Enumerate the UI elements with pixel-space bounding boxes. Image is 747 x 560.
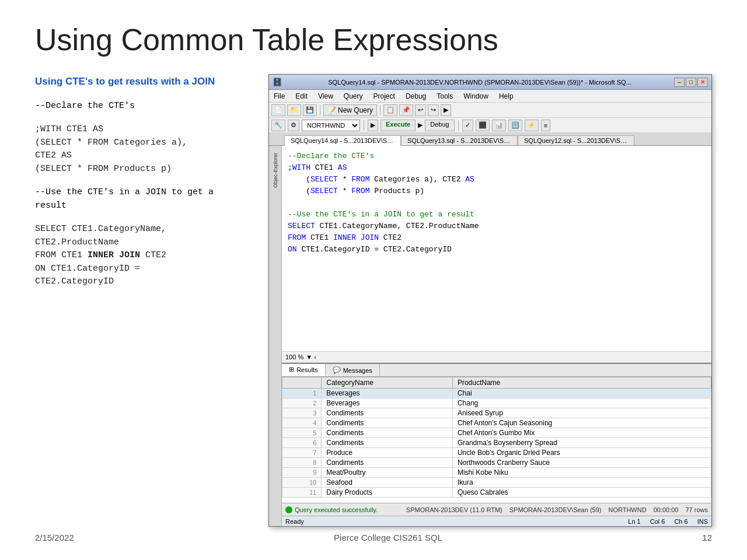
table-row: 10SeafoodIkura [282,478,711,488]
kw-from-2: FROM [351,186,369,197]
status-info: SPMORAN-2013DEV (11.0 RTM) SPMORAN-2013D… [406,506,708,513]
row-number: 9 [282,468,322,478]
footer-date: 2/15/2022 [35,533,74,542]
editor-line-5: --Use the CTE's in a JOIN to get a resul… [288,209,706,220]
object-explorer-strip: Objec-Explorer [269,146,282,526]
database-selector[interactable]: NORTHWND [302,120,360,131]
menu-view[interactable]: View [316,91,336,102]
redo-button[interactable]: ↪ [428,104,439,116]
tab-bar: SQLQuery14.sql - S...2013DEV\Sean (59))*… [269,133,711,146]
tb2-btn7[interactable]: ⚡ [525,120,539,131]
menu-debug[interactable]: Debug [403,91,428,102]
ssms-window: 🗄️ SQLQuery14.sql - SPMORAN-2013DEV.NORT… [268,74,712,527]
cell-product: Aniseed Syrup [452,408,711,418]
restore-button[interactable]: □ [686,78,696,87]
tb2-btn6[interactable]: 🔢 [508,120,522,131]
table-row: 6CondimentsGrandma's Boysenberry Spread [282,438,711,448]
editor-line-3: ( SELECT * FROM Categories a), CTE2 AS [288,174,706,186]
table-row: 8CondimentsNorthwoods Cranberry Sauce [282,458,711,468]
save-button[interactable]: 💾 [303,104,317,116]
tb2-btn1[interactable]: 🔧 [271,120,285,131]
kw-from-1: FROM [351,174,369,186]
close-button[interactable]: ✕ [697,78,708,87]
open-button[interactable]: 📁 [287,104,301,116]
row-number: 1 [282,388,322,398]
toolbar2-sep2 [458,120,459,131]
menu-window[interactable]: Window [461,91,491,102]
status-connection: SPMORAN-2013DEV\Sean (59) [509,506,602,513]
cell-category: Condiments [322,418,453,428]
editor-line-6: SELECT CTE1.CategoryName, CTE2.ProductNa… [288,220,706,232]
results-panel: ⊞ Results 💬 Messages [282,363,711,526]
new-file-button[interactable]: 📄 [271,104,285,116]
tb2-btn3[interactable]: ✓ [462,120,473,131]
cell-product: Chang [452,398,711,408]
table-row: 9Meat/PoultryMishi Kobe Niku [282,468,711,478]
minimize-button[interactable]: – [674,78,685,87]
status-rows: 77 rows [685,506,708,513]
messages-icon: 💬 [333,366,341,374]
execute-icon[interactable]: ▶ [368,120,378,131]
kw-inner-join: INNER JOIN [333,232,379,244]
execute-button[interactable]: Execute [381,120,416,131]
cell-product: Uncle Bob's Organic Dried Pears [452,448,711,458]
status-time: 00:00:00 [654,506,679,513]
table-row: 4CondimentsChef Anton's Cajun Seasoning [282,418,711,428]
ready-ch: Ch 6 [674,518,687,525]
status-success: Query executed successfully. [285,506,378,513]
footer-page: 12 [702,533,712,542]
new-query-button[interactable]: 📝 New Query [323,104,377,116]
copy-button[interactable]: 📋 [383,104,397,116]
cell-product: Grandma's Boysenberry Spread [452,438,711,448]
menu-project[interactable]: Project [371,91,397,102]
title-bar-text: SQLQuery14.sql - SPMORAN-2013DEV.NORTHWN… [328,79,631,86]
new-query-label: New Query [338,106,373,114]
row-number: 10 [282,478,322,488]
results-tab-results[interactable]: ⊞ Results [282,364,326,376]
kw-from-3: FROM [288,232,306,244]
tb2-btn4[interactable]: ⬛ [476,120,490,131]
table-row: 3CondimentsAniseed Syrup [282,408,711,418]
editor-line-7: FROM CTE1 INNER JOIN CTE2 [288,232,706,244]
menu-tools[interactable]: Tools [434,91,455,102]
tb2-btn8[interactable]: ≡ [541,120,550,131]
zoom-controls[interactable]: ▼ ‹ [306,354,316,360]
table-row: 5CondimentsChef Anton's Gumbo Mix [282,428,711,438]
status-icon [285,506,292,513]
comment-2: --Use the CTE's in a JOIN to get a resul… [288,209,474,220]
cell-product: Northwoods Cranberry Sauce [452,458,711,468]
comment-1: --Declare the CTE's [288,150,374,162]
cell-category: Condiments [322,458,453,468]
slide-title: Using Common Table Expressions [35,23,712,57]
title-bar-buttons[interactable]: – □ ✕ [674,78,708,87]
left-panel: Using CTE's to get results with a JOIN -… [35,74,245,527]
status-message: Query executed successfully. [295,506,378,513]
menu-help[interactable]: Help [497,91,516,102]
undo-button[interactable]: ↩ [415,104,426,116]
ready-status: Ready [285,518,304,525]
tb2-btn2[interactable]: ⚙ [288,120,299,131]
menu-query[interactable]: Query [341,91,365,102]
results-table: CategoryName ProductName 1BeveragesChai2… [282,377,711,498]
results-table-container: CategoryName ProductName 1BeveragesChai2… [282,377,711,503]
paste-button[interactable]: 📌 [399,104,413,116]
debug-button[interactable]: Debug [425,120,454,131]
run-button[interactable]: ▶ [441,104,451,116]
results-tab-messages[interactable]: 💬 Messages [326,364,380,376]
slide-body: Using CTE's to get results with a JOIN -… [35,74,712,527]
editor-area[interactable]: --Declare the CTE's ;WITH CTE1 AS ( SELE… [282,146,711,351]
tab-sqlquery12[interactable]: SQLQuery12.sql - S...2013DEV\Sean (57))*… [518,135,634,145]
col-header-product: ProductName [452,377,711,388]
tb2-btn5[interactable]: 📊 [492,120,506,131]
col-header-category: CategoryName [322,377,453,388]
table-row: 11Dairy ProductsQueso Cabrales [282,488,711,498]
tab-sqlquery13[interactable]: SQLQuery13.sql - S...2013DEV\Sean (58))*… [401,135,518,145]
editor-line-1: --Declare the CTE's [288,150,706,162]
menu-edit[interactable]: Edit [293,91,310,102]
tab-sqlquery14[interactable]: SQLQuery14.sql - S...2013DEV\Sean (59))*… [284,135,401,146]
row-number: 3 [282,408,322,418]
cell-product: Queso Cabrales [452,488,711,498]
cell-product: Chai [452,388,711,398]
cell-category: Seafood [322,478,453,488]
menu-file[interactable]: File [271,91,287,102]
